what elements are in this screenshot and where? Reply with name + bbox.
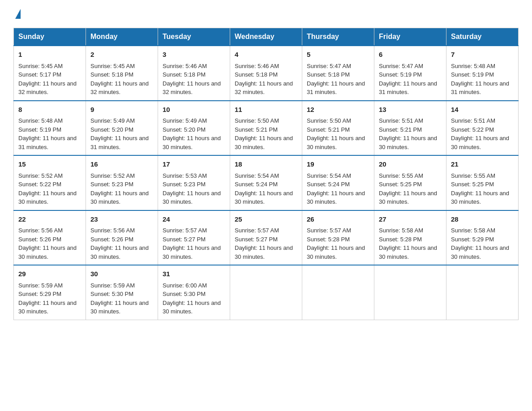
sunset-info: Sunset: 5:30 PM — [163, 291, 206, 297]
daylight-info: Daylight: 11 hours and 30 minutes. — [451, 190, 509, 206]
sunset-info: Sunset: 5:20 PM — [163, 126, 206, 133]
calendar-day-cell: 28 Sunrise: 5:58 AM Sunset: 5:29 PM Dayl… — [446, 210, 519, 265]
day-number: 25 — [235, 214, 297, 225]
calendar-day-cell: 29 Sunrise: 5:59 AM Sunset: 5:29 PM Dayl… — [14, 265, 86, 320]
sunset-info: Sunset: 5:29 PM — [451, 236, 494, 243]
calendar-week-row: 22 Sunrise: 5:56 AM Sunset: 5:26 PM Dayl… — [14, 210, 519, 265]
calendar-day-cell: 10 Sunrise: 5:49 AM Sunset: 5:20 PM Dayl… — [158, 101, 230, 156]
daylight-info: Daylight: 11 hours and 30 minutes. — [235, 244, 293, 260]
calendar-day-cell: 2 Sunrise: 5:45 AM Sunset: 5:18 PM Dayli… — [86, 46, 158, 101]
daylight-info: Daylight: 11 hours and 32 minutes. — [90, 80, 149, 96]
sunset-info: Sunset: 5:21 PM — [235, 126, 278, 133]
logo — [13, 9, 21, 20]
calendar-day-cell: 5 Sunrise: 5:47 AM Sunset: 5:18 PM Dayli… — [302, 46, 374, 101]
sunrise-info: Sunrise: 5:57 AM — [163, 227, 207, 234]
sunrise-info: Sunrise: 5:58 AM — [379, 227, 423, 234]
daylight-info: Daylight: 11 hours and 30 minutes. — [235, 135, 293, 150]
daylight-info: Daylight: 11 hours and 30 minutes. — [307, 190, 365, 206]
day-number: 20 — [379, 159, 442, 170]
sunset-info: Sunset: 5:27 PM — [235, 236, 278, 243]
sunset-info: Sunset: 5:28 PM — [307, 236, 350, 243]
sunrise-info: Sunrise: 5:58 AM — [451, 227, 495, 234]
daylight-info: Daylight: 11 hours and 30 minutes. — [307, 135, 365, 150]
calendar-day-cell: 3 Sunrise: 5:46 AM Sunset: 5:18 PM Dayli… — [158, 46, 230, 101]
day-number: 8 — [18, 105, 81, 115]
day-of-week-header: Saturday — [446, 28, 519, 46]
day-number: 12 — [307, 105, 369, 115]
calendar-day-cell — [446, 265, 519, 320]
sunset-info: Sunset: 5:21 PM — [379, 126, 422, 133]
daylight-info: Daylight: 11 hours and 30 minutes. — [18, 190, 77, 206]
sunset-info: Sunset: 5:29 PM — [18, 291, 61, 297]
daylight-info: Daylight: 11 hours and 31 minutes. — [379, 80, 437, 96]
daylight-info: Daylight: 11 hours and 30 minutes. — [163, 300, 221, 315]
sunrise-info: Sunrise: 5:55 AM — [451, 172, 495, 179]
sunrise-info: Sunrise: 5:56 AM — [18, 227, 63, 234]
calendar-day-cell: 12 Sunrise: 5:50 AM Sunset: 5:21 PM Dayl… — [302, 101, 374, 156]
page-header — [13, 9, 519, 20]
calendar-day-cell: 14 Sunrise: 5:51 AM Sunset: 5:22 PM Dayl… — [446, 101, 519, 156]
sunrise-info: Sunrise: 5:55 AM — [379, 172, 423, 179]
calendar-day-cell: 7 Sunrise: 5:48 AM Sunset: 5:19 PM Dayli… — [446, 46, 519, 101]
sunset-info: Sunset: 5:26 PM — [18, 236, 61, 243]
day-number: 30 — [90, 269, 153, 279]
calendar-day-cell: 27 Sunrise: 5:58 AM Sunset: 5:28 PM Dayl… — [374, 210, 446, 265]
sunrise-info: Sunrise: 5:54 AM — [307, 172, 351, 179]
day-number: 6 — [379, 50, 442, 60]
sunset-info: Sunset: 5:24 PM — [307, 181, 350, 188]
calendar-day-cell: 19 Sunrise: 5:54 AM Sunset: 5:24 PM Dayl… — [302, 155, 374, 210]
day-number: 21 — [451, 159, 514, 170]
sunrise-info: Sunrise: 5:56 AM — [90, 227, 135, 234]
sunrise-info: Sunrise: 5:45 AM — [18, 63, 63, 69]
calendar-day-cell: 16 Sunrise: 5:52 AM Sunset: 5:23 PM Dayl… — [86, 155, 158, 210]
day-number: 16 — [90, 159, 153, 170]
day-of-week-header: Friday — [374, 28, 446, 46]
daylight-info: Daylight: 11 hours and 30 minutes. — [90, 300, 149, 315]
calendar-day-cell: 26 Sunrise: 5:57 AM Sunset: 5:28 PM Dayl… — [302, 210, 374, 265]
sunset-info: Sunset: 5:25 PM — [379, 181, 422, 188]
sunset-info: Sunset: 5:18 PM — [307, 71, 350, 78]
sunset-info: Sunset: 5:25 PM — [451, 181, 494, 188]
sunrise-info: Sunrise: 5:45 AM — [90, 63, 135, 69]
sunrise-info: Sunrise: 5:50 AM — [307, 117, 351, 124]
calendar-day-cell: 20 Sunrise: 5:55 AM Sunset: 5:25 PM Dayl… — [374, 155, 446, 210]
calendar-week-row: 15 Sunrise: 5:52 AM Sunset: 5:22 PM Dayl… — [14, 155, 519, 210]
sunset-info: Sunset: 5:20 PM — [90, 126, 133, 133]
day-of-week-header: Sunday — [14, 28, 86, 46]
daylight-info: Daylight: 11 hours and 30 minutes. — [163, 244, 221, 260]
calendar-day-cell — [230, 265, 302, 320]
sunset-info: Sunset: 5:23 PM — [163, 181, 206, 188]
daylight-info: Daylight: 11 hours and 32 minutes. — [235, 80, 293, 96]
sunrise-info: Sunrise: 5:52 AM — [18, 172, 63, 179]
logo-triangle-icon — [15, 9, 21, 19]
daylight-info: Daylight: 11 hours and 30 minutes. — [379, 135, 437, 150]
day-number: 9 — [90, 105, 153, 115]
day-number: 5 — [307, 50, 369, 60]
sunrise-info: Sunrise: 5:54 AM — [235, 172, 279, 179]
daylight-info: Daylight: 11 hours and 30 minutes. — [379, 190, 437, 206]
sunset-info: Sunset: 5:23 PM — [90, 181, 133, 188]
sunrise-info: Sunrise: 5:50 AM — [235, 117, 279, 124]
sunset-info: Sunset: 5:24 PM — [235, 181, 278, 188]
sunset-info: Sunset: 5:17 PM — [18, 71, 61, 78]
daylight-info: Daylight: 11 hours and 31 minutes. — [90, 135, 149, 150]
sunset-info: Sunset: 5:28 PM — [379, 236, 422, 243]
daylight-info: Daylight: 11 hours and 30 minutes. — [18, 300, 77, 315]
daylight-info: Daylight: 11 hours and 30 minutes. — [235, 190, 293, 206]
calendar-day-cell: 15 Sunrise: 5:52 AM Sunset: 5:22 PM Dayl… — [14, 155, 86, 210]
daylight-info: Daylight: 11 hours and 32 minutes. — [163, 80, 221, 96]
day-number: 18 — [235, 159, 297, 170]
day-of-week-header: Tuesday — [158, 28, 230, 46]
day-number: 4 — [235, 50, 297, 60]
day-number: 28 — [451, 214, 514, 225]
calendar-day-cell: 8 Sunrise: 5:48 AM Sunset: 5:19 PM Dayli… — [14, 101, 86, 156]
sunrise-info: Sunrise: 5:57 AM — [307, 227, 351, 234]
day-number: 1 — [18, 50, 81, 60]
calendar-day-cell: 13 Sunrise: 5:51 AM Sunset: 5:21 PM Dayl… — [374, 101, 446, 156]
calendar-day-cell: 30 Sunrise: 5:59 AM Sunset: 5:30 PM Dayl… — [86, 265, 158, 320]
daylight-info: Daylight: 11 hours and 30 minutes. — [379, 244, 437, 260]
calendar-day-cell: 21 Sunrise: 5:55 AM Sunset: 5:25 PM Dayl… — [446, 155, 519, 210]
daylight-info: Daylight: 11 hours and 31 minutes. — [18, 135, 77, 150]
day-number: 7 — [451, 50, 514, 60]
day-number: 17 — [163, 159, 225, 170]
